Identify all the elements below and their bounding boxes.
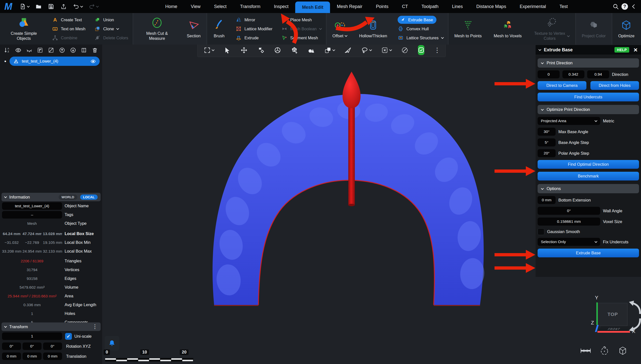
help-icon[interactable]: ? bbox=[621, 3, 628, 10]
print-direction-section-header[interactable]: Print Direction bbox=[538, 58, 639, 68]
move-tool-button[interactable] bbox=[240, 47, 248, 54]
focus-target-icon[interactable] bbox=[599, 346, 609, 356]
tab-transform[interactable]: Transform bbox=[233, 0, 267, 13]
orientation-gizmo[interactable]: Y TOP FRONT Z X bbox=[589, 296, 641, 336]
close-icon[interactable]: ✕ bbox=[633, 47, 638, 53]
direction-x-field[interactable]: 0 bbox=[538, 70, 560, 78]
text-on-mesh-button[interactable]: cc Text on Mesh bbox=[52, 25, 85, 32]
delete-colors-button[interactable]: Delete Colors bbox=[94, 34, 128, 41]
union-button[interactable]: Union bbox=[94, 16, 128, 23]
extrude-base-apply-button[interactable]: Extrude Base bbox=[538, 249, 639, 257]
rotate-view-arrows-icon[interactable] bbox=[628, 299, 641, 333]
tab-ct[interactable]: CT bbox=[395, 0, 415, 13]
optimize-button[interactable]: Optimize bbox=[612, 19, 640, 39]
toolbar-more-button[interactable]: ⋮ bbox=[434, 46, 440, 54]
gizmo-cube-top-face[interactable]: TOP bbox=[598, 303, 627, 326]
mesh-boolean-button[interactable]: Mesh Boolean bbox=[281, 25, 322, 32]
visibility-eye-icon[interactable] bbox=[90, 59, 96, 64]
collapse-left-icon[interactable] bbox=[630, 3, 637, 10]
help-badge[interactable]: HELP bbox=[614, 47, 629, 53]
transform-header[interactable]: Transform ⋮ bbox=[2, 322, 101, 331]
convex-hull-button[interactable]: Convex Hull bbox=[398, 25, 443, 32]
confirm-selection-button[interactable] bbox=[418, 45, 424, 55]
camera-settings-button[interactable] bbox=[257, 47, 264, 54]
tags-field[interactable]: – bbox=[2, 211, 62, 219]
lattice-add-button[interactable] bbox=[291, 47, 298, 54]
polar-angle-step-field[interactable]: 20° bbox=[538, 149, 556, 157]
rotation-x-field[interactable]: 0° bbox=[2, 342, 21, 350]
direction-y-field[interactable]: 0.342 bbox=[562, 70, 584, 78]
tab-home[interactable]: Home bbox=[158, 0, 184, 13]
place-mesh-button[interactable]: Place Mesh bbox=[281, 16, 322, 23]
metric-dropdown[interactable]: Projected Area bbox=[538, 117, 600, 125]
extrude-button[interactable]: Extrude bbox=[236, 34, 272, 41]
redo-button[interactable] bbox=[86, 0, 101, 13]
tab-toolpath[interactable]: Toolpath bbox=[415, 0, 445, 13]
delete-icon[interactable] bbox=[92, 47, 98, 54]
translation-x-field[interactable]: 0 mm bbox=[2, 352, 21, 360]
create-text-button[interactable]: A Create Text bbox=[52, 16, 85, 23]
select-all-icon[interactable] bbox=[37, 47, 43, 54]
mirror-button[interactable]: Mirror bbox=[236, 16, 272, 23]
offset-button[interactable]: Offset bbox=[327, 19, 353, 39]
hide-all-icon[interactable] bbox=[26, 47, 33, 54]
duplicate-view-button[interactable] bbox=[324, 47, 335, 54]
find-undercuts-button[interactable]: Find Undercuts bbox=[538, 93, 639, 101]
tab-select[interactable]: Select bbox=[207, 0, 233, 13]
direct-from-holes-button[interactable]: Direct from Holes bbox=[590, 81, 639, 90]
benchmark-button[interactable]: Benchmark bbox=[538, 172, 639, 180]
bottom-extension-field[interactable]: 0 mm bbox=[538, 196, 556, 204]
tab-experimental[interactable]: Experimental bbox=[513, 0, 553, 13]
tab-view[interactable]: View bbox=[184, 0, 207, 13]
wall-angle-field[interactable]: 0° bbox=[538, 207, 600, 215]
undo-button[interactable] bbox=[70, 0, 86, 13]
hollow-thicken-button[interactable]: Hollow/Thicken bbox=[353, 19, 393, 39]
object-list-row[interactable]: • test_test_Lower_(4) bbox=[1, 57, 100, 66]
optimize-print-direction-section-header[interactable]: Optimize Print Direction bbox=[538, 105, 639, 114]
bounding-box-icon[interactable] bbox=[617, 345, 628, 356]
base-angle-step-field[interactable]: 5° bbox=[538, 138, 556, 146]
combine-button[interactable]: Combine bbox=[52, 34, 85, 41]
tab-mesh-repair[interactable]: Mesh Repair bbox=[330, 0, 369, 13]
information-header[interactable]: Information WORLD LOCAL bbox=[2, 193, 101, 201]
local-toggle[interactable]: LOCAL bbox=[80, 195, 98, 200]
lattice-structures-button[interactable]: Lattice Structures bbox=[398, 34, 443, 41]
extrude-base-tool-button[interactable]: Extrude Base bbox=[398, 16, 443, 23]
tab-distance-maps[interactable]: Distance Maps bbox=[469, 0, 513, 13]
select-cursor-button[interactable] bbox=[224, 47, 231, 54]
project-color-button[interactable]: Project Color bbox=[576, 19, 612, 39]
move-up-icon[interactable] bbox=[59, 47, 65, 54]
deselect-all-button[interactable] bbox=[401, 47, 408, 54]
mesh-to-points-button[interactable]: Mesh to Points bbox=[448, 19, 488, 39]
rotation-y-field[interactable]: 0° bbox=[23, 342, 42, 350]
create-simple-objects-button[interactable]: Create Simple Objects bbox=[0, 17, 48, 41]
primitive-shapes-button[interactable] bbox=[307, 47, 315, 54]
object-item-selected[interactable]: test_test_Lower_(4) bbox=[10, 57, 100, 66]
chevron-down-icon[interactable] bbox=[538, 48, 541, 51]
direct-to-camera-button[interactable]: Direct to Camera bbox=[538, 81, 586, 90]
world-toggle[interactable]: WORLD bbox=[59, 195, 77, 200]
show-all-icon[interactable] bbox=[15, 47, 22, 54]
find-optimal-direction-button[interactable]: Find Optimal Direction bbox=[538, 160, 639, 169]
tab-points[interactable]: Points bbox=[369, 0, 395, 13]
rename-icon[interactable] bbox=[81, 47, 87, 54]
translation-y-field[interactable]: 0 mm bbox=[23, 352, 42, 360]
notifications-button[interactable] bbox=[105, 336, 119, 350]
segment-mesh-button[interactable]: Segment Mesh bbox=[281, 34, 322, 41]
slice-plane-button[interactable] bbox=[344, 47, 352, 54]
tab-lines[interactable]: Lines bbox=[445, 0, 469, 13]
gaussian-smooth-checkbox[interactable] bbox=[538, 228, 544, 235]
measure-scale-icon[interactable] bbox=[580, 348, 591, 354]
orbit-tool-button[interactable] bbox=[274, 47, 281, 54]
texture-to-vertex-colors-button[interactable]: Texture to Vertex Colors bbox=[528, 17, 575, 41]
scale-field[interactable]: 1 bbox=[2, 332, 62, 340]
deselect-all-icon[interactable] bbox=[48, 47, 54, 54]
gizmo-cube-front-face[interactable]: FRONT bbox=[598, 326, 631, 331]
mesh-to-voxels-button[interactable]: Mesh to Voxels bbox=[488, 19, 528, 39]
tab-test[interactable]: Test bbox=[553, 0, 574, 13]
move-down-icon[interactable] bbox=[70, 47, 76, 54]
selection-box-button[interactable] bbox=[381, 47, 392, 54]
tab-mesh-edit[interactable]: Mesh Edit bbox=[295, 2, 330, 13]
brush-button[interactable]: Brush bbox=[207, 19, 231, 39]
open-file-button[interactable] bbox=[32, 0, 45, 13]
